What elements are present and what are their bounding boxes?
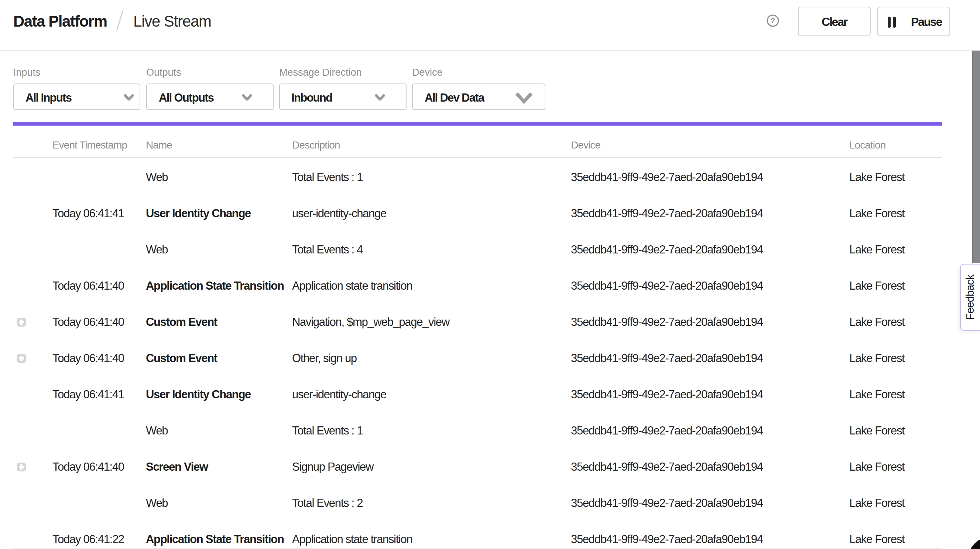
svg-text:?: ? xyxy=(771,16,775,25)
